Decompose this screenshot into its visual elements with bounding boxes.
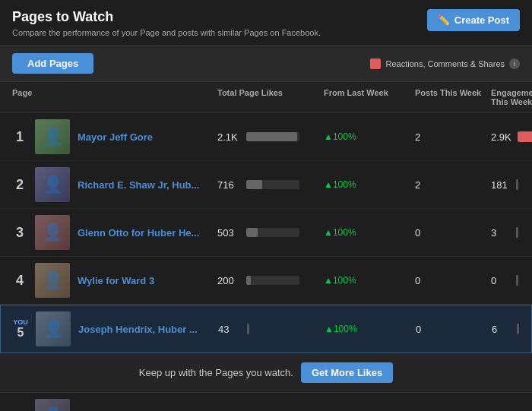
rank-number: 4 [12, 273, 27, 289]
likes-bar-fill [246, 228, 258, 237]
you-table-row: YOU 5 👤 Joseph Hendrix, Huber ... 43 ▲10… [0, 305, 532, 353]
page-name-link[interactable]: Glenn Otto for Huber He... [78, 227, 199, 239]
from-last-week: ▲100% [324, 275, 415, 286]
rank-number: 6 [12, 409, 27, 412]
likes-bar [246, 276, 299, 285]
you-badge: YOU [13, 318, 28, 327]
rank-number: 2 [12, 177, 27, 193]
likes-cell: 2.1K [217, 131, 324, 143]
col-header-page: Page [12, 88, 217, 106]
posts-count: 2 [415, 179, 491, 191]
rank-you-container: YOU 5 [13, 318, 28, 340]
pages-table: Page Total Page Likes From Last Week Pos… [0, 82, 532, 411]
engagement-cell: 181 [491, 179, 520, 191]
rank-number: 3 [12, 225, 27, 241]
add-pages-button[interactable]: Add Pages [12, 53, 93, 74]
from-last-week: ▲100% [324, 179, 415, 190]
create-post-button[interactable]: ✏️ Create Post [427, 9, 520, 31]
engagement-bar [518, 131, 532, 142]
engagement-number: 181 [491, 179, 510, 191]
from-last-week: ▲100% [324, 131, 415, 142]
promo-text: Keep up with the Pages you watch. [139, 367, 293, 378]
table-header-row: Page Total Page Likes From Last Week Pos… [0, 82, 532, 113]
info-icon[interactable]: i [509, 58, 520, 69]
from-last-week: ▲100% [325, 324, 416, 334]
pencil-icon: ✏️ [438, 14, 450, 26]
table-row: 2 👤 Richard E. Shaw Jr, Hub... 716 ▲100%… [0, 161, 532, 209]
page-cell: 2 👤 Richard E. Shaw Jr, Hub... [12, 167, 217, 202]
table-row: 6 👤 Ed Lyons for Mayor 12 ▲100% 0 0 [0, 393, 532, 411]
table-row: 3 👤 Glenn Otto for Huber He... 503 ▲100%… [0, 209, 532, 257]
likes-bar [246, 228, 299, 237]
engagement-bar-tiny [516, 275, 518, 286]
col-header-engagement: Engagement This Week [491, 88, 532, 106]
col-header-lastweek: From Last Week [324, 88, 415, 106]
page-title: Pages to Watch [12, 9, 321, 25]
engagement-number: 3 [491, 227, 510, 239]
legend-color-swatch [370, 58, 381, 69]
from-last-week: ▲100% [324, 227, 415, 238]
engagement-bar-tiny [517, 324, 519, 334]
likes-number: 716 [217, 179, 240, 191]
likes-bar-tiny [247, 324, 249, 334]
engagement-cell: 6 [492, 324, 519, 335]
page-subtitle: Compare the performance of your Page and… [12, 28, 321, 37]
page-name-link[interactable]: Wylie for Ward 3 [78, 275, 154, 286]
legend-label: Reactions, Comments & Shares [385, 59, 505, 68]
avatar: 👤 [35, 167, 70, 202]
page-name-link[interactable]: Mayor Jeff Gore [78, 131, 153, 143]
page-cell: 6 👤 Ed Lyons for Mayor [12, 399, 217, 411]
avatar: 👤 [35, 263, 70, 298]
avatar: 👤 [35, 119, 70, 154]
engagement-cell: 3 [491, 227, 520, 239]
likes-number: 200 [217, 275, 240, 286]
col-header-posts: Posts This Week [415, 88, 491, 106]
table-row: 1 👤 Mayor Jeff Gore 2.1K ▲100% 2 2.9K [0, 113, 532, 161]
page-cell: 4 👤 Wylie for Ward 3 [12, 263, 217, 298]
col-header-likes: Total Page Likes [217, 88, 324, 106]
likes-bar [246, 132, 299, 141]
likes-cell: 716 [217, 179, 324, 191]
toolbar: Add Pages Reactions, Comments & Shares i [0, 46, 532, 82]
engagement-number: 6 [492, 324, 511, 335]
likes-number: 503 [217, 227, 240, 239]
posts-count: 0 [415, 227, 491, 239]
page-cell: 1 👤 Mayor Jeff Gore [12, 119, 217, 154]
page-cell: YOU 5 👤 Joseph Hendrix, Huber ... [13, 311, 218, 346]
engagement-bar-tiny [516, 227, 518, 238]
likes-number: 43 [218, 324, 241, 335]
engagement-bar-tiny [516, 179, 518, 190]
avatar: 👤 [35, 215, 70, 250]
posts-count: 2 [415, 131, 491, 143]
engagement-cell: 0 [491, 275, 520, 286]
promo-row: Keep up with the Pages you watch. Get Mo… [0, 353, 532, 393]
get-more-likes-button[interactable]: Get More Likes [301, 362, 393, 383]
likes-cell: 503 [217, 227, 324, 239]
likes-cell: 200 [217, 275, 324, 286]
engagement-number: 0 [491, 275, 510, 286]
avatar: 👤 [35, 399, 70, 411]
posts-count: 0 [415, 275, 491, 286]
engagement-cell: 2.9K [491, 131, 532, 143]
rank-number: 5 [13, 326, 28, 340]
likes-bar-fill [246, 132, 297, 141]
table-row: 4 👤 Wylie for Ward 3 200 ▲100% 0 0 [0, 257, 532, 305]
page-cell: 3 👤 Glenn Otto for Huber He... [12, 215, 217, 250]
page-name-link[interactable]: Richard E. Shaw Jr, Hub... [78, 179, 199, 191]
legend: Reactions, Comments & Shares i [370, 58, 520, 69]
rank-number: 1 [12, 129, 27, 145]
header-text: Pages to Watch Compare the performance o… [12, 9, 321, 37]
likes-cell: 43 [218, 324, 325, 335]
likes-bar [246, 180, 299, 189]
avatar: 👤 [36, 311, 71, 346]
likes-bar-fill [246, 180, 262, 189]
page-name-link[interactable]: Joseph Hendrix, Huber ... [78, 324, 198, 335]
likes-bar-fill [246, 276, 251, 285]
posts-count: 0 [416, 324, 492, 335]
engagement-number: 2.9K [491, 131, 511, 143]
likes-number: 2.1K [217, 131, 240, 143]
page-header: Pages to Watch Compare the performance o… [0, 0, 532, 46]
